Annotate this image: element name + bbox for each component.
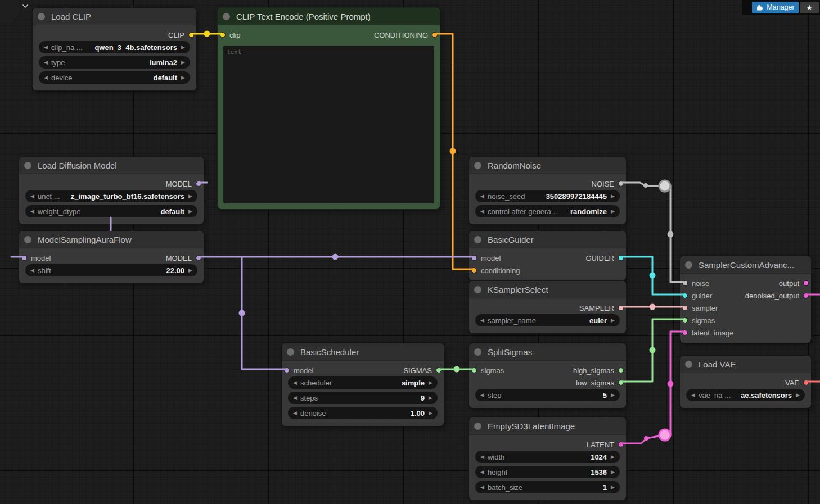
collapse-dot[interactable] — [223, 13, 230, 20]
canvas-menu-panel[interactable] — [0, 0, 19, 20]
decrement-arrow-icon[interactable]: ◀ — [480, 190, 484, 202]
slot-dot-model[interactable] — [21, 255, 27, 261]
slot-dot-CONDITIONING[interactable] — [432, 32, 438, 38]
collapse-dot[interactable] — [24, 236, 31, 243]
decrement-arrow-icon[interactable]: ◀ — [480, 205, 484, 217]
decrement-arrow-icon[interactable]: ◀ — [44, 71, 48, 84]
increment-arrow-icon[interactable]: ▶ — [611, 389, 615, 401]
node-sampler-custom-advanced[interactable]: SamplerCustomAdvanc...noiseoutputguiderd… — [679, 256, 812, 343]
increment-arrow-icon[interactable]: ▶ — [429, 407, 432, 419]
node-clip-text-encode-positive[interactable]: CLIP Text Encode (Positive Prompt)clipCO… — [217, 7, 440, 210]
decrement-arrow-icon[interactable]: ◀ — [691, 389, 695, 401]
slot-dot-CLIP[interactable] — [188, 32, 194, 38]
slot-dot-output[interactable] — [803, 280, 809, 286]
widget-sampler_name[interactable]: ◀sampler_nameeuler▶ — [475, 314, 620, 326]
node-load-clip[interactable]: Load CLIPCLIP◀clip_na ...qwen_3_4b.safet… — [32, 7, 197, 91]
node-empty-sd3-latent-image[interactable]: EmptySD3LatentImageLATENT◀width1024▶◀hei… — [468, 417, 627, 501]
decrement-arrow-icon[interactable]: ◀ — [293, 376, 297, 389]
slot-dot-NOISE[interactable] — [618, 181, 624, 187]
decrement-arrow-icon[interactable]: ◀ — [44, 56, 48, 69]
slot-dot-sigmas[interactable] — [682, 317, 688, 323]
slot-dot-denoised_output[interactable] — [803, 293, 809, 298]
manager-button[interactable]: Manager — [752, 2, 799, 13]
widget-step[interactable]: ◀step5▶ — [475, 389, 620, 401]
chevron-down-icon[interactable] — [21, 3, 29, 9]
slot-dot-sampler[interactable] — [682, 305, 688, 311]
increment-arrow-icon[interactable]: ▶ — [611, 481, 615, 493]
slot-dot-SAMPLER[interactable] — [618, 305, 624, 311]
increment-arrow-icon[interactable]: ▶ — [181, 71, 185, 84]
slot-dot-guider[interactable] — [682, 293, 688, 298]
increment-arrow-icon[interactable]: ▶ — [188, 205, 192, 217]
increment-arrow-icon[interactable]: ▶ — [188, 264, 192, 276]
widget-device[interactable]: ◀devicedefault▶ — [39, 71, 190, 84]
widget-clip_na-[interactable]: ◀clip_na ...qwen_3_4b.safetensors▶ — [39, 41, 190, 53]
slot-dot-sigmas[interactable] — [471, 367, 477, 373]
node-random-noise[interactable]: RandomNoiseNOISE◀noise_seed3502899721844… — [468, 156, 627, 225]
slot-dot-MODEL[interactable] — [196, 181, 201, 187]
increment-arrow-icon[interactable]: ▶ — [181, 41, 185, 53]
decrement-arrow-icon[interactable]: ◀ — [480, 466, 484, 478]
collapse-dot[interactable] — [474, 423, 481, 430]
collapse-dot[interactable] — [474, 348, 481, 356]
node-load-diffusion-model[interactable]: Load Diffusion ModelMODEL◀unet ...z_imag… — [19, 156, 204, 225]
slot-dot-LATENT[interactable] — [618, 442, 624, 447]
increment-arrow-icon[interactable]: ▶ — [611, 466, 615, 478]
increment-arrow-icon[interactable]: ▶ — [611, 314, 615, 326]
prompt-textarea[interactable] — [223, 46, 434, 203]
collapse-dot[interactable] — [474, 286, 481, 293]
collapse-dot[interactable] — [474, 162, 481, 169]
slot-dot-high_sigmas[interactable] — [618, 367, 624, 373]
widget-unet-[interactable]: ◀unet ...z_image_turbo_bf16.safetensors▶ — [25, 190, 197, 202]
slot-dot-SIGMAS[interactable] — [436, 367, 441, 373]
widget-width[interactable]: ◀width1024▶ — [475, 451, 620, 463]
increment-arrow-icon[interactable]: ▶ — [611, 451, 615, 463]
node-load-vae[interactable]: Load VAEVAE◀vae_na ...ae.safetensors▶ — [679, 355, 812, 408]
decrement-arrow-icon[interactable]: ◀ — [293, 392, 297, 404]
slot-dot-latent_image[interactable] — [682, 330, 688, 335]
slot-dot-GUIDER[interactable] — [618, 255, 624, 261]
slot-dot-conditioning[interactable] — [471, 267, 477, 273]
collapse-dot[interactable] — [685, 361, 692, 368]
node-ksampler-select[interactable]: KSamplerSelectSAMPLER◀sampler_nameeuler▶ — [468, 280, 627, 334]
slot-dot-low_sigmas[interactable] — [618, 380, 624, 385]
decrement-arrow-icon[interactable]: ◀ — [480, 451, 484, 463]
widget-steps[interactable]: ◀steps9▶ — [288, 392, 438, 404]
collapse-dot[interactable] — [24, 162, 31, 169]
widget-noise_seed[interactable]: ◀noise_seed350289972184445▶ — [475, 190, 620, 202]
widget-height[interactable]: ◀height1536▶ — [475, 466, 620, 478]
increment-arrow-icon[interactable]: ▶ — [429, 392, 432, 404]
node-basic-guider[interactable]: BasicGuidermodelGUIDERconditioning — [468, 230, 627, 281]
widget-weight_dtype[interactable]: ◀weight_dtypedefault▶ — [25, 205, 197, 217]
decrement-arrow-icon[interactable]: ◀ — [30, 190, 34, 202]
collapse-dot[interactable] — [685, 261, 692, 269]
decrement-arrow-icon[interactable]: ◀ — [30, 264, 34, 276]
slot-dot-model[interactable] — [284, 367, 290, 373]
decrement-arrow-icon[interactable]: ◀ — [44, 41, 48, 53]
widget-denoise[interactable]: ◀denoise1.00▶ — [288, 407, 438, 419]
increment-arrow-icon[interactable]: ▶ — [429, 376, 432, 389]
decrement-arrow-icon[interactable]: ◀ — [480, 481, 484, 493]
decrement-arrow-icon[interactable]: ◀ — [480, 314, 484, 326]
slot-dot-noise[interactable] — [682, 280, 688, 286]
widget-shift[interactable]: ◀shift22.00▶ — [25, 264, 197, 276]
widget-batch_size[interactable]: ◀batch_size1▶ — [475, 481, 620, 493]
node-model-sampling-auraflow[interactable]: ModelSamplingAuraFlowmodelMODEL◀shift22.… — [19, 230, 204, 284]
collapse-dot[interactable] — [474, 236, 481, 243]
widget-type[interactable]: ◀typelumina2▶ — [39, 56, 190, 69]
slot-dot-VAE[interactable] — [803, 380, 809, 385]
decrement-arrow-icon[interactable]: ◀ — [30, 205, 34, 217]
node-split-sigmas[interactable]: SplitSigmassigmashigh_sigmaslow_sigmas◀s… — [468, 343, 627, 408]
decrement-arrow-icon[interactable]: ◀ — [480, 389, 484, 401]
collapse-dot[interactable] — [287, 348, 294, 356]
increment-arrow-icon[interactable]: ▶ — [188, 190, 192, 202]
increment-arrow-icon[interactable]: ▶ — [181, 56, 185, 69]
slot-dot-model[interactable] — [471, 255, 477, 261]
increment-arrow-icon[interactable]: ▶ — [611, 205, 615, 217]
slot-dot-clip[interactable] — [220, 32, 226, 38]
slot-dot-MODEL[interactable] — [196, 255, 201, 261]
widget-scheduler[interactable]: ◀schedulersimple▶ — [288, 376, 438, 389]
collapse-dot[interactable] — [38, 13, 45, 20]
increment-arrow-icon[interactable]: ▶ — [611, 190, 615, 202]
widget-vae_na-[interactable]: ◀vae_na ...ae.safetensors▶ — [686, 389, 805, 401]
